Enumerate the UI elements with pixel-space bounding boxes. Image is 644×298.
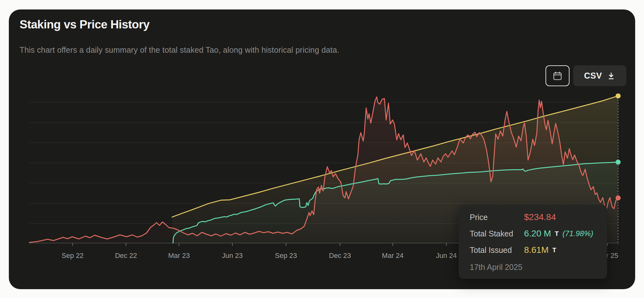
tooltip-price-label: Price xyxy=(470,213,524,222)
csv-download-button[interactable]: CSV xyxy=(573,65,626,86)
x-axis-label: Sep 23 xyxy=(275,252,297,260)
tao-symbol-icon: T xyxy=(552,247,556,254)
page-title: Staking vs Price History xyxy=(20,18,150,31)
x-axis-label: Jun 24 xyxy=(436,252,457,260)
tooltip-date: 17th April 2025 xyxy=(470,261,607,273)
calendar-button[interactable] xyxy=(546,65,569,86)
chart-tooltip: Price $234.84 Total Staked 6.20 M T (71.… xyxy=(459,205,607,279)
tao-symbol-icon: T xyxy=(555,230,559,237)
download-icon xyxy=(607,71,616,80)
tooltip-staked-row: Total Staked 6.20 M T (71.98%) xyxy=(470,225,607,242)
tooltip-staked-value: 6.20 M xyxy=(524,229,551,239)
csv-button-label: CSV xyxy=(584,71,602,81)
x-axis-label: Jun 23 xyxy=(222,252,243,260)
x-axis-label: Mar 23 xyxy=(168,252,190,260)
x-axis-label: Dec 22 xyxy=(115,252,137,260)
tooltip-price-row: Price $234.84 xyxy=(470,209,607,225)
tooltip-issued-value: 8.61M xyxy=(524,245,549,255)
tooltip-issued-row: Total Issued 8.61M T xyxy=(470,242,607,258)
x-axis-label: Sep 22 xyxy=(62,252,84,260)
tooltip-issued-label: Total Issued xyxy=(470,246,524,255)
tooltip-price-value: $234.84 xyxy=(524,212,556,222)
tooltip-staked-label: Total Staked xyxy=(470,229,524,238)
calendar-icon xyxy=(552,71,563,81)
x-axis-label: Dec 23 xyxy=(329,252,351,260)
page-subtitle: This chart offers a daily summary of the… xyxy=(20,45,339,55)
x-axis-label: Mar 24 xyxy=(382,252,403,260)
tooltip-staked-percent: (71.98%) xyxy=(563,229,593,238)
